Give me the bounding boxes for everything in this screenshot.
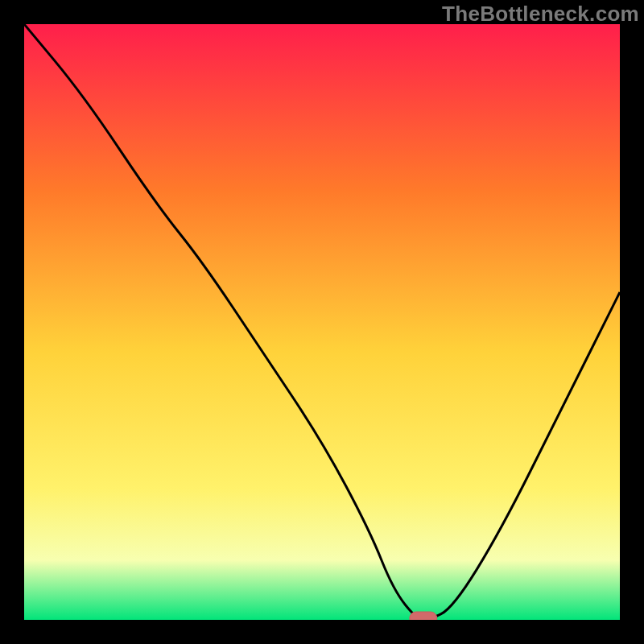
minimum-marker bbox=[410, 612, 437, 620]
gradient-background bbox=[24, 24, 620, 620]
chart-svg bbox=[24, 24, 620, 620]
chart-frame: TheBottleneck.com bbox=[0, 0, 644, 644]
plot-area bbox=[24, 24, 620, 620]
watermark-text: TheBottleneck.com bbox=[442, 2, 639, 27]
